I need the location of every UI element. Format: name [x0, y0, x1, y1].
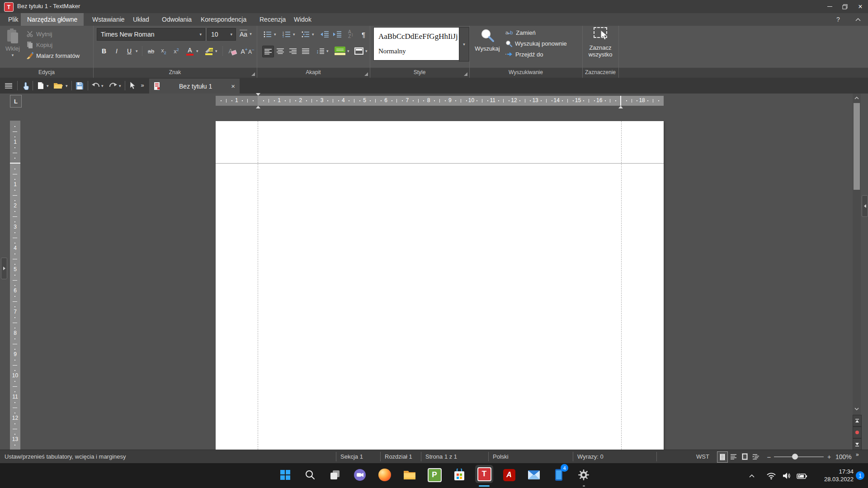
open-button[interactable] — [52, 78, 65, 94]
redo-dropdown-icon[interactable]: ▾ — [119, 84, 121, 88]
view-draft-button[interactable] — [728, 451, 738, 462]
shrink-font-button[interactable]: A− — [246, 46, 257, 56]
undo-button[interactable] — [90, 78, 101, 94]
cut-button[interactable]: Wytnij — [26, 29, 52, 39]
status-page[interactable]: Strona 1 z 1 — [425, 453, 457, 460]
dialog-launcher-icon[interactable] — [251, 72, 255, 76]
scrollbar-thumb[interactable] — [854, 103, 860, 190]
scroll-up-button[interactable] — [853, 94, 861, 102]
font-name-combo[interactable]: Times New Roman ▾ — [97, 28, 205, 41]
search-again-button[interactable]: Wyszukaj ponownie — [505, 39, 567, 48]
zoom-in-button[interactable]: + — [826, 452, 833, 461]
taskbar-chat-button[interactable] — [351, 466, 369, 484]
highlight-button[interactable]: ab — [203, 46, 214, 56]
tray-battery-button[interactable] — [796, 471, 808, 481]
multilevel-list-button[interactable] — [300, 29, 311, 40]
status-overflow-icon[interactable]: » — [856, 451, 859, 458]
redo-button[interactable] — [108, 78, 118, 94]
previous-page-button[interactable] — [853, 415, 862, 427]
clear-formatting-button[interactable]: A — [225, 46, 236, 56]
tray-wifi-button[interactable] — [766, 471, 777, 481]
bold-button[interactable]: B — [99, 46, 109, 56]
superscript-button[interactable]: x2 — [171, 46, 182, 56]
font-color-button[interactable]: A — [184, 46, 195, 56]
taskbar-start-button[interactable] — [276, 466, 294, 484]
taskbar-search-button[interactable] — [301, 466, 319, 484]
help-button[interactable]: ? — [832, 13, 844, 26]
taskbar-store-button[interactable] — [450, 466, 468, 484]
font-color-dropdown-icon[interactable]: ▾ — [196, 49, 198, 53]
new-document-dropdown-icon[interactable]: ▾ — [47, 84, 49, 88]
v-ruler[interactable]: 112345678910111213 — [10, 121, 20, 450]
right-indent-marker[interactable] — [618, 106, 623, 108]
bullet-list-button[interactable] — [262, 29, 273, 40]
open-dropdown-icon[interactable]: ▾ — [66, 84, 68, 88]
taskbar-settings-button[interactable] — [575, 466, 593, 484]
zoom-out-button[interactable]: − — [765, 452, 773, 461]
collapse-ribbon-button[interactable] — [852, 13, 864, 26]
highlight-dropdown-icon[interactable]: ▾ — [215, 49, 217, 53]
object-mode-button[interactable] — [127, 78, 138, 94]
taskbar-acrobat-button[interactable]: A — [500, 466, 518, 484]
taskbar-mail-button[interactable] — [525, 466, 543, 484]
dialog-launcher-icon[interactable] — [364, 72, 368, 76]
italic-button[interactable]: I — [111, 46, 122, 56]
select-all-button[interactable]: Zaznacz wszystko — [584, 26, 617, 62]
increase-indent-button[interactable] — [332, 29, 343, 40]
view-normal-button[interactable] — [717, 451, 728, 463]
font-name-dropdown-icon[interactable]: ▾ — [199, 33, 202, 37]
borders-dropdown-icon[interactable]: ▾ — [365, 49, 368, 53]
numbered-list-button[interactable]: 123 — [281, 29, 292, 40]
close-button[interactable]: × — [853, 0, 868, 13]
toolbar-overflow-button[interactable]: » — [138, 78, 146, 92]
undo-dropdown-icon[interactable]: ▾ — [101, 84, 104, 88]
document-page[interactable] — [216, 121, 664, 450]
first-line-indent-marker[interactable] — [256, 93, 260, 96]
zoom-slider-knob[interactable] — [792, 454, 798, 460]
taskbar-firefox-button[interactable] — [376, 466, 394, 484]
align-center-button[interactable] — [275, 46, 286, 56]
view-outline-button[interactable] — [751, 451, 761, 462]
taskbar-explorer-button[interactable] — [401, 466, 419, 484]
sort-button[interactable]: AZ↕ — [345, 29, 356, 40]
taskbar-phone-button[interactable]: 4 — [550, 466, 568, 484]
bullet-list-dropdown-icon[interactable]: ▾ — [274, 33, 276, 37]
notification-badge[interactable]: 1 — [856, 471, 864, 480]
menu-tab-uklad[interactable]: Układ — [127, 13, 155, 26]
underline-dropdown-icon[interactable]: ▾ — [136, 49, 138, 53]
menu-tab-wstawianie[interactable]: Wstawianie — [87, 13, 130, 26]
align-left-button[interactable] — [262, 46, 274, 57]
menu-tab-recenzja[interactable]: Recenzja — [254, 13, 291, 26]
change-case-button[interactable]: Aa ▾ — [240, 28, 252, 40]
replace-button[interactable]: a▸b Zamień — [505, 28, 536, 37]
status-insert-mode[interactable]: WST — [696, 453, 709, 460]
browse-object-button[interactable] — [853, 427, 862, 438]
left-indent-marker[interactable] — [256, 106, 260, 108]
copy-button[interactable]: Kopiuj — [26, 40, 52, 50]
status-section[interactable]: Sekcja 1 — [340, 453, 363, 460]
taskbar-textmaker-button[interactable]: T — [475, 465, 493, 483]
decrease-indent-button[interactable] — [319, 29, 330, 40]
tab-stop-selector[interactable]: L — [10, 95, 22, 108]
tray-show-hidden-button[interactable] — [747, 471, 757, 481]
tray-volume-button[interactable] — [781, 471, 792, 481]
taskbar-taskview-button[interactable] — [326, 466, 344, 484]
zoom-slider-track[interactable] — [774, 456, 824, 457]
goto-button[interactable]: Przejdź do — [505, 50, 543, 59]
save-button[interactable] — [74, 78, 85, 94]
new-document-button[interactable] — [35, 78, 46, 94]
menu-tab-narzedzia-glowne[interactable]: Narzędzia główne — [21, 13, 84, 26]
touch-mode-button[interactable] — [20, 78, 32, 94]
align-right-button[interactable] — [288, 46, 298, 56]
view-fullscreen-button[interactable] — [740, 451, 750, 462]
subscript-button[interactable]: x2 — [158, 46, 169, 56]
sidebar-menu-button[interactable] — [3, 78, 14, 94]
shading-dropdown-icon[interactable]: ▾ — [347, 49, 349, 53]
next-page-button[interactable] — [853, 438, 862, 450]
left-sidebar-toggle[interactable] — [1, 258, 7, 279]
restore-button[interactable] — [837, 0, 853, 13]
paste-dropdown-icon[interactable]: ▾ — [3, 53, 23, 57]
font-size-dropdown-icon[interactable]: ▾ — [230, 33, 232, 37]
status-chapter[interactable]: Rozdział 1 — [385, 453, 412, 460]
shading-button[interactable] — [334, 46, 346, 56]
